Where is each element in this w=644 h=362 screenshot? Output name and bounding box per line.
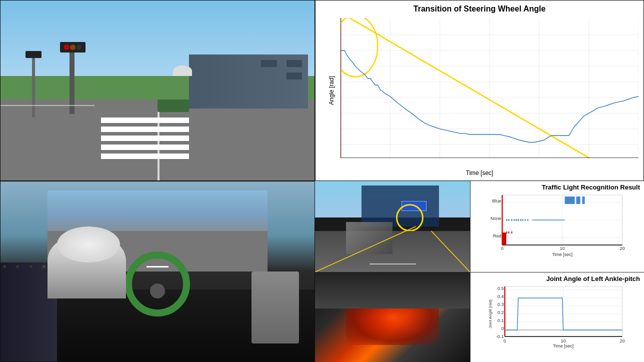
svg-text:Time [sec]: Time [sec] xyxy=(553,344,574,348)
helmet xyxy=(57,226,120,262)
lane-line-left xyxy=(0,105,95,106)
traffic-light-box xyxy=(60,42,85,53)
svg-text:Blue: Blue xyxy=(492,198,501,204)
rb-grid: Traffic Light Recognition Result Blue No… xyxy=(315,181,644,362)
main-layout: Transition of Steering Wheel Angle Angle… xyxy=(0,0,644,362)
road-video-panel xyxy=(0,0,315,181)
zoomed-image-panel xyxy=(315,272,470,362)
svg-text:0.2: 0.2 xyxy=(498,310,504,315)
crosswalk-4 xyxy=(101,144,189,150)
window-2 xyxy=(261,60,276,67)
cockpit-video-panel xyxy=(0,181,315,362)
svg-point-16 xyxy=(340,18,378,77)
crosswalk-2 xyxy=(101,126,189,132)
ankle-chart-title: Joint Angle of Left Ankle-pitch xyxy=(474,275,640,282)
traffic-pole xyxy=(70,46,74,114)
pole-left xyxy=(32,54,35,118)
svg-rect-66 xyxy=(582,196,585,204)
svg-text:0: 0 xyxy=(504,338,506,344)
traffic-chart-container: Traffic Light Recognition Result Blue No… xyxy=(470,181,644,260)
svg-text:0: 0 xyxy=(501,246,504,251)
steering-svg: 0.5 0 -0.5 -1 -1.5 -2 -2.5 -3 0 20 40 60… xyxy=(340,18,638,158)
svg-rect-65 xyxy=(576,196,580,204)
ankle-svg: 0.5 0.4 0.3 0.2 0.1 0 -0.1 Joint Angle [… xyxy=(474,284,640,349)
svg-rect-64 xyxy=(565,196,575,204)
slot xyxy=(30,265,32,268)
svg-text:0.3: 0.3 xyxy=(498,302,504,307)
svg-text:0.4: 0.4 xyxy=(498,294,504,299)
zoom-top-dark xyxy=(315,272,470,308)
tl-yellow xyxy=(70,44,76,50)
slot xyxy=(16,265,19,268)
tl-green xyxy=(76,44,82,50)
ankle-chart-container: Joint Angle of Left Ankle-pitch 0.5 0.4 … xyxy=(470,272,644,351)
road-scene xyxy=(0,0,314,180)
green-vehicle xyxy=(158,100,189,112)
slot xyxy=(42,265,46,268)
zoomed-light-view xyxy=(315,272,470,362)
traffic-light-chart-panel: Traffic Light Recognition Result Blue No… xyxy=(470,181,644,272)
steering-chart: Transition of Steering Wheel Angle Angle… xyxy=(316,0,644,180)
svg-text:0.1: 0.1 xyxy=(498,318,504,323)
svg-text:Time [sec]: Time [sec] xyxy=(552,252,572,257)
robot-arm xyxy=(346,222,392,254)
bottom-right-section: Traffic Light Recognition Result Blue No… xyxy=(315,181,644,362)
svg-rect-50 xyxy=(502,232,506,245)
cam-view xyxy=(315,181,470,272)
dome xyxy=(173,66,192,76)
traffic-svg: Blue None Red 0 10 20 Time [sec] xyxy=(474,192,640,258)
slot xyxy=(3,265,6,268)
steering-chart-panel: Transition of Steering Wheel Angle Angle… xyxy=(315,0,644,181)
ankle-chart-panel: Joint Angle of Left Ankle-pitch 0.5 0.4 … xyxy=(470,272,644,362)
cam-lane-line xyxy=(370,264,416,264)
yellow-circle-highlight xyxy=(396,204,424,232)
svg-text:0: 0 xyxy=(501,326,504,331)
svg-text:Joint Angle [rad]: Joint Angle [rad] xyxy=(488,300,492,328)
traffic-chart-title: Traffic Light Recognition Result xyxy=(474,184,640,191)
svg-text:None: None xyxy=(490,216,502,221)
svg-text:20: 20 xyxy=(620,338,624,344)
steering-x-label: Time [sec] xyxy=(466,170,494,176)
steering-wheel-hub xyxy=(150,284,165,298)
steering-chart-title: Transition of Steering Wheel Angle xyxy=(316,4,644,14)
svg-text:10: 10 xyxy=(560,246,564,251)
svg-text:10: 10 xyxy=(560,338,566,344)
crosswalk-1 xyxy=(101,118,189,123)
svg-text:0.5: 0.5 xyxy=(498,286,504,291)
svg-text:-0.1: -0.1 xyxy=(496,334,504,339)
window-1 xyxy=(286,60,302,67)
mechanical-part xyxy=(252,272,298,344)
signal-box-left xyxy=(26,51,41,58)
steering-y-label: Angle [rad] xyxy=(328,76,335,105)
tl-red xyxy=(64,44,70,50)
camera-view-panel xyxy=(315,181,470,272)
cam-road-surface xyxy=(315,231,470,272)
svg-text:Red: Red xyxy=(493,234,502,238)
crosswalk-5 xyxy=(101,154,189,159)
crosswalk-3 xyxy=(101,136,189,141)
window-3 xyxy=(286,72,302,80)
cockpit-scene xyxy=(0,182,314,362)
svg-text:20: 20 xyxy=(620,246,624,251)
